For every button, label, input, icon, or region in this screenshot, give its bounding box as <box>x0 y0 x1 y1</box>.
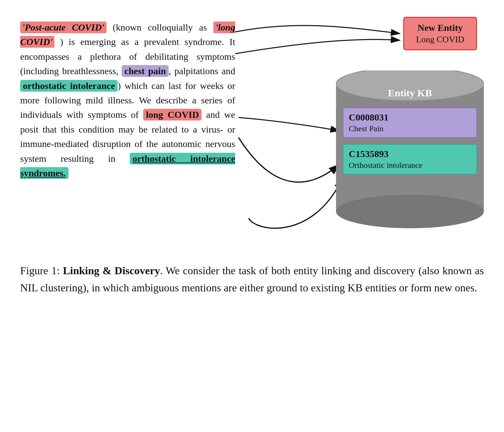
caption-area: Figure 1: Linking & Discovery. We consid… <box>20 258 484 296</box>
text-block: 'Post-acute COVID' (known colloquially a… <box>20 13 235 180</box>
kb-card-chest-pain-name: Chest Pain <box>349 124 471 133</box>
text-plain-3: , palpitations and <box>169 66 235 76</box>
new-entity-label: New Entity <box>412 22 468 33</box>
kb-card-orthostatic-name: Orthostatic intolerance <box>349 161 471 170</box>
right-side: New Entity Long COVID <box>228 13 484 242</box>
caption-text: Figure 1: Linking & Discovery. We consid… <box>20 262 484 296</box>
entity-kb-cylinder: Entity KB C0008031 Chest Pain C1535893 O… <box>336 70 484 232</box>
kb-cards: C0008031 Chest Pain C1535893 Orthostatic… <box>343 107 477 175</box>
entity-orthostatic-intolerance-1: orthostatic intolerance <box>20 80 118 92</box>
caption-prefix: Figure 1: <box>20 265 63 277</box>
new-entity-value: Long COVID <box>412 35 468 45</box>
entity-post-acute-covid: 'Post-acute COVID' <box>20 21 107 33</box>
new-entity-box: New Entity Long COVID <box>403 17 477 50</box>
entity-kb-container: Entity KB C0008031 Chest Pain C1535893 O… <box>336 70 484 232</box>
kb-card-orthostatic: C1535893 Orthostatic intolerance <box>343 144 477 175</box>
svg-point-1 <box>336 195 484 228</box>
kb-card-chest-pain-id: C0008031 <box>349 112 471 123</box>
main-container: 'Post-acute COVID' (known colloquially a… <box>0 0 504 432</box>
kb-card-chest-pain: C0008031 Chest Pain <box>343 107 477 138</box>
caption-bold: Linking & Discovery <box>63 265 160 277</box>
kb-card-orthostatic-id: C1535893 <box>349 149 471 159</box>
text-plain-1: (known colloquially as <box>113 22 213 33</box>
entity-chest-pain: chest pain <box>122 65 169 77</box>
diagram-area: 'Post-acute COVID' (known colloquially a… <box>20 13 484 242</box>
entity-kb-label: Entity KB <box>336 87 484 99</box>
entity-long-covid-2: long COVID <box>143 109 202 121</box>
